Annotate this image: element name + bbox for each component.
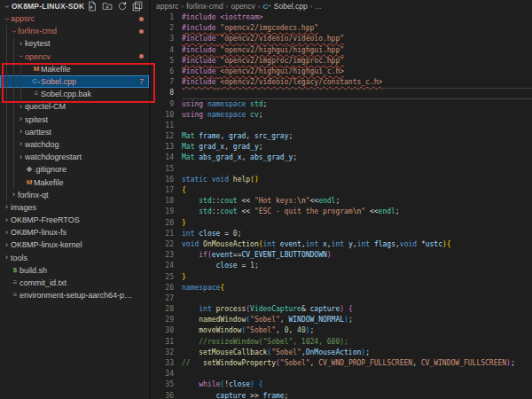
code-line[interactable]: 31 //resizeWindow("Sobel", 1024, 600);	[150, 337, 532, 348]
refresh-icon[interactable]	[117, 1, 128, 12]
breadcrumb-item-forlinx-cmd[interactable]: forlinx-cmd	[186, 2, 223, 11]
tree-item-forlinx-cmd[interactable]: ›forlinx-cmd	[0, 25, 149, 37]
line-number: 21	[150, 229, 182, 239]
breadcrumb-item-symbol[interactable]: ...	[315, 2, 321, 11]
breadcrumb-item-appsrc[interactable]: appsrc	[156, 2, 179, 11]
tree-item-label: forlinx-qt	[18, 191, 49, 200]
line-number: 5	[150, 56, 182, 66]
code-area[interactable]: 1#include <iostream>2#include "opencv2/i…	[150, 12, 532, 399]
tree-item-makefile[interactable]: MMakefile	[0, 176, 149, 188]
collapse-all-icon[interactable]	[132, 1, 143, 12]
line-number: 20	[150, 218, 182, 229]
code-line[interactable]: 18 std::cout << "Hot keys:\n"<<endl;	[150, 196, 532, 207]
code-line[interactable]: 21int close = 0;	[150, 229, 532, 239]
line-number: 6	[150, 66, 182, 77]
tree-item-commit-id-txt[interactable]: ≡commit_id.txt	[0, 277, 149, 289]
code-line-text: using namespace std;	[182, 99, 267, 110]
code-line[interactable]: 22void OnMouseAction(int event,int x,int…	[150, 239, 532, 250]
breadcrumb-separator-icon: ›	[310, 3, 313, 11]
line-number: 22	[150, 239, 182, 250]
code-line[interactable]: 14Mat abs_grad_x, abs_grad_y;	[150, 153, 532, 163]
line-number: 28	[150, 304, 182, 315]
breadcrumb-separator-icon: ›	[258, 3, 261, 11]
line-number: 2	[150, 23, 182, 34]
tree-item-sobel-cpp[interactable]: C+Sobel.cpp7	[0, 75, 149, 88]
breadcrumb-item-opencv[interactable]: opencv	[231, 2, 254, 11]
tree-item-gitignore[interactable]: ◆.gitignore	[0, 163, 149, 176]
code-line[interactable]: 34	[150, 369, 532, 379]
line-number: 11	[150, 121, 182, 131]
code-line[interactable]: 32 setMouseCallback("Sobel",OnMouseActio…	[150, 348, 532, 358]
tree-item-images[interactable]: ›images	[0, 201, 149, 214]
tree-item-appsrc[interactable]: ›appsrc	[0, 12, 149, 25]
tree-item-label: quectel-CM	[25, 102, 66, 111]
code-line[interactable]: 19 std::cout << "ESC - quit the program\…	[150, 207, 532, 217]
tree-item-watchdogrestart[interactable]: ›watchdogrestart	[0, 151, 149, 163]
code-line-text: capture >> frame;	[182, 391, 288, 399]
breadcrumb-item-file[interactable]: Sobel.cpp	[274, 2, 308, 11]
line-number: 9	[150, 99, 182, 110]
code-line[interactable]: 30 moveWindow("Sobel", 0, 40);	[150, 325, 532, 336]
tree-item-sobel-cpp-bak[interactable]: ≡Sobel.cpp.bak	[0, 88, 149, 100]
line-number: 15	[150, 164, 182, 175]
code-line[interactable]: 6#include <opencv2/highgui/highgui_c.h>	[150, 66, 532, 77]
tree-item-quectel-cm[interactable]: ›quectel-CM	[0, 100, 149, 113]
code-line[interactable]: 4#include "opencv2/highgui/highgui.hpp"	[150, 45, 532, 56]
code-line[interactable]: 8	[150, 88, 532, 98]
code-line[interactable]: 2#include "opencv2/imgcodecs.hpp"	[150, 23, 532, 34]
tree-item-label: environment-setup-aarch64-poky-lin...	[20, 291, 133, 300]
code-line[interactable]: 35 while(!close) {	[150, 379, 532, 390]
new-folder-icon[interactable]	[102, 1, 113, 12]
chevron-right-icon: ›	[17, 115, 25, 123]
chevron-right-icon: ›	[17, 128, 25, 136]
code-line-text: {	[182, 185, 186, 196]
code-line[interactable]: 20}	[150, 218, 532, 229]
line-number: 8	[150, 88, 182, 98]
tree-item-ok8mp-linux-kernel[interactable]: ›OK8MP-linux-kernel	[0, 239, 149, 251]
code-line[interactable]: 9using namespace std;	[150, 99, 532, 110]
code-line[interactable]: 5#include "opencv2/imgproc/imgproc.hpp"	[150, 56, 532, 66]
code-line[interactable]: 26namespace{	[150, 283, 532, 293]
tree-item-ok8mp-freertos[interactable]: ›OK8MP-FreeRTOS	[0, 214, 149, 226]
tree-item-ok8mp-linux-fs[interactable]: ›OK8MP-linux-fs	[0, 226, 149, 239]
tree-item-uarttest[interactable]: ›uarttest	[0, 126, 149, 138]
code-line[interactable]: 25}	[150, 272, 532, 283]
makefile-icon: M	[25, 178, 34, 187]
tree-item-forlinx-qt[interactable]: ›forlinx-qt	[0, 189, 149, 201]
code-line[interactable]: 36 capture >> frame;	[150, 391, 532, 399]
code-line-text: void OnMouseAction(int event,int x,int y…	[182, 239, 451, 250]
tree-item-tools[interactable]: ›tools	[0, 252, 149, 264]
tree-item-label: spitest	[25, 115, 48, 124]
code-line[interactable]: 17{	[150, 185, 532, 196]
code-line[interactable]: 13Mat grad_x, grad_y;	[150, 142, 532, 153]
code-line[interactable]: 23 if(event==CV_EVENT_LBUTTONDOWN)	[150, 250, 532, 261]
tree-item-opencv[interactable]: ›opencv	[0, 51, 149, 63]
explorer-root-header[interactable]: › OK8MP-LINUX-SDK	[0, 0, 149, 12]
tree-item-label: OK8MP-linux-kernel	[11, 240, 82, 249]
code-line[interactable]: 1#include <iostream>	[150, 12, 532, 23]
new-file-icon[interactable]	[87, 1, 98, 12]
code-line[interactable]: 15	[150, 164, 532, 175]
tree-item-keytest[interactable]: ›keytest	[0, 37, 149, 50]
tree-item-watchdog[interactable]: ›watchdog	[0, 138, 149, 151]
code-line[interactable]: 10using namespace cv;	[150, 110, 532, 121]
code-line[interactable]: 29 namedWindow("Sobel", WINDOW_NORMAL);	[150, 315, 532, 325]
cpp-icon: C+	[263, 3, 271, 11]
line-number: 30	[150, 325, 182, 336]
code-line[interactable]: 16static void help()	[150, 175, 532, 185]
code-line-text: Mat frame, grad, src_gray;	[182, 131, 293, 142]
tree-item-build-sh[interactable]: $build.sh	[0, 264, 149, 277]
code-line[interactable]: 24 close = 1;	[150, 261, 532, 271]
code-line[interactable]: 3#include "opencv2/videoio/videoio.hpp"	[150, 34, 532, 44]
chevron-down-icon: ›	[10, 27, 18, 35]
code-line[interactable]: 11	[150, 121, 532, 131]
tree-item-spitest[interactable]: ›spitest	[0, 113, 149, 126]
code-line[interactable]: 12Mat frame, grad, src_gray;	[150, 131, 532, 142]
code-line[interactable]: 28 int process(VideoCapture& capture) {	[150, 304, 532, 315]
code-line[interactable]: 33// setWindowProperty("Sobel", CV_WND_P…	[150, 358, 532, 369]
line-number: 19	[150, 207, 182, 217]
code-line[interactable]: 7#include <opencv2/videoio/legacy/consta…	[150, 77, 532, 88]
tree-item-environment-setup-aarch64-poky-lin[interactable]: ≡environment-setup-aarch64-poky-lin...	[0, 289, 149, 301]
tree-item-makefile[interactable]: MMakefile	[0, 63, 149, 75]
code-line[interactable]: 27	[150, 293, 532, 304]
